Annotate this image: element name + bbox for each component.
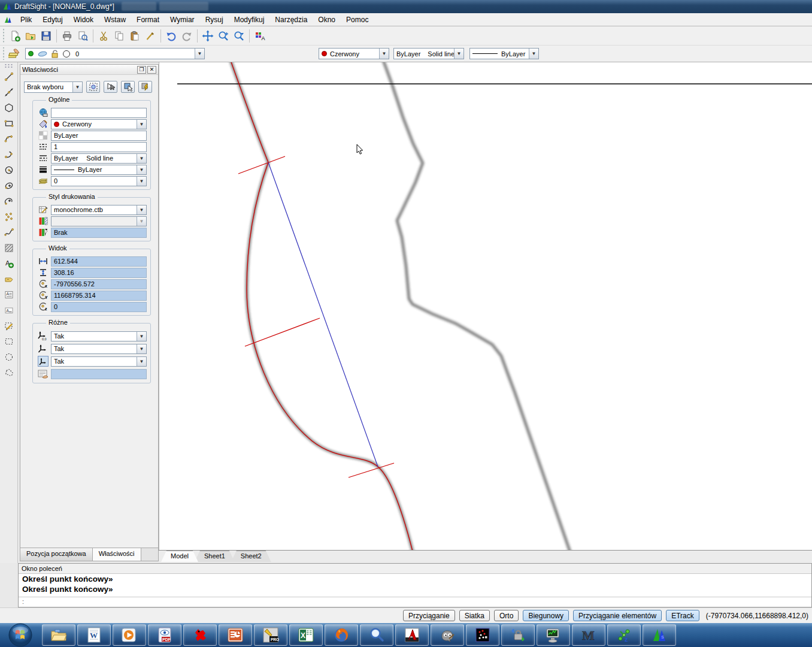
taskbar-firefox[interactable] [325,624,358,646]
taskbar-gimp[interactable] [431,624,464,646]
cut-button[interactable] [96,28,111,44]
tool-ellipse[interactable] [1,179,17,193]
format-painter-button[interactable] [143,28,158,44]
dropdown-arrow[interactable]: ▼ [529,49,538,59]
tool-note[interactable] [1,272,17,286]
entity-snap-toggle[interactable]: Przyciąganie elementów [573,610,662,621]
linetype-scale-field[interactable]: 1 [51,142,147,152]
menu-okno[interactable]: Okno [313,14,341,26]
tool-circle[interactable] [1,163,17,177]
menu-wstaw[interactable]: Wstaw [99,14,131,26]
taskbar-media-player[interactable] [113,624,146,646]
zoom-button[interactable] [216,28,231,44]
ortho-toggle[interactable]: Orto [494,610,519,621]
taskbar-z-molecule[interactable]: z [607,624,641,646]
menu-narzedzia[interactable]: Narzędzia [269,14,313,26]
active-linestyle-combobox[interactable]: ByLayer Solid line ▼ [393,48,464,59]
new-drawing-button[interactable] [7,28,23,44]
dropdown-arrow[interactable]: ▼ [137,332,146,341]
active-lineweight-combobox[interactable]: ByLayer ▼ [469,48,539,59]
taskbar-dotted-app[interactable] [466,624,499,646]
close-panel-button[interactable]: ✕ [147,66,156,74]
toolbar-grip[interactable] [1,28,6,43]
copy-button[interactable] [111,28,127,44]
snap-toggle[interactable]: Przyciąganie [403,610,455,621]
tool-curve[interactable] [1,147,17,162]
tool-spline[interactable] [1,225,17,240]
transparency-field[interactable]: ByLayer [51,131,147,141]
menu-rysuj[interactable]: Rysuj [200,14,229,26]
select-entities-button[interactable] [86,81,100,93]
tool-points[interactable] [1,210,17,224]
dropdown-arrow[interactable]: ▼ [137,344,146,353]
menu-pomoc[interactable]: Pomoc [341,14,374,26]
polar-toggle[interactable]: Biegunowy [523,610,569,621]
taskbar-search[interactable] [360,624,393,646]
print-style-table-combobox[interactable]: monochrome.ctb▼ [51,205,147,215]
dropdown-arrow[interactable]: ▼ [72,82,82,92]
layers-manager-button[interactable] [7,46,23,62]
active-layer-combobox[interactable]: 0 ▼ [25,48,205,59]
tool-arc[interactable] [1,132,17,146]
hyperlink-field[interactable] [51,108,147,118]
menu-widok[interactable]: Widok [68,14,99,26]
layer-combobox[interactable]: 0▼ [51,176,147,186]
taskbar-maxima[interactable]: M [572,624,605,646]
menu-plik[interactable]: Plik [15,14,37,26]
quick-calculator-button[interactable] [138,81,152,93]
float-panel-button[interactable]: ❐ [137,66,146,74]
open-button[interactable] [23,28,38,44]
taskbar-red-app[interactable] [183,624,217,646]
redo-button[interactable] [179,28,195,44]
dropdown-arrow[interactable]: ▼ [137,177,146,186]
blue-chord-entity[interactable] [268,162,378,467]
dropdown-arrow[interactable]: ▼ [137,205,146,214]
tool-hatch[interactable] [1,241,17,255]
tab-model[interactable]: Model [161,551,198,562]
tab-sheet1[interactable]: Sheet1 [195,551,235,562]
taskbar-pdf-viewer[interactable]: PDF [148,624,181,646]
tool-select-freeform[interactable] [1,365,17,380]
drawing-canvas[interactable] [159,62,812,550]
dropdown-arrow[interactable]: ▼ [137,154,146,163]
taskbar-excel[interactable]: X [289,624,323,646]
tool-construction-line[interactable] [1,85,17,99]
palette-grip[interactable] [4,64,13,68]
tool-multiline-text[interactable]: A [1,288,17,302]
print-button[interactable] [59,28,75,44]
tool-annotation-style[interactable]: A [1,256,17,271]
taskbar-autocad[interactable] [395,624,429,646]
dropdown-arrow[interactable]: ▼ [379,49,389,59]
ucs-per-viewport-combobox[interactable]: Tak▼ [51,344,147,354]
quick-select-button[interactable] [104,81,117,93]
taskbar-system-monitor[interactable] [537,624,570,646]
zoom-previous-button[interactable] [231,28,247,44]
tab-wlasciwosci[interactable]: Właściwości [93,548,141,561]
active-color-combobox[interactable]: Czerwony ▼ [319,48,389,59]
menu-wymiar[interactable]: Wymiar [165,14,200,26]
lineweight-combobox[interactable]: ByLayer▼ [51,165,147,175]
tool-simple-text[interactable]: A [1,303,17,318]
paste-button[interactable] [127,28,143,44]
layer-preview-button[interactable]: A [252,28,268,44]
toolbar-grip[interactable] [1,47,6,61]
dropdown-arrow[interactable]: ▼ [195,49,204,59]
menu-modyfikuj[interactable]: Modyfikuj [229,14,270,26]
tool-elliptical-arc[interactable] [1,194,17,208]
taskbar-explorer[interactable] [42,624,75,646]
entity-color-combobox[interactable]: Czerwony▼ [51,119,147,129]
select-matching-button[interactable] [121,81,135,93]
ucs-origin-combobox[interactable]: Tak▼ [51,331,147,341]
start-button[interactable] [5,624,36,646]
tool-select-circle[interactable] [1,350,17,364]
command-window-header[interactable]: Okno poleceń [19,564,811,574]
tool-polygon[interactable] [1,101,17,115]
taskbar-powerpoint[interactable] [219,624,252,646]
print-preview-button[interactable] [75,28,90,44]
tool-edit-annotation[interactable] [1,319,17,333]
taskbar-sync-lock[interactable] [501,624,535,646]
dropdown-arrow[interactable]: ▼ [454,49,463,59]
tool-rectangle[interactable] [1,116,17,131]
tool-line[interactable] [1,69,17,84]
dropdown-arrow[interactable]: ▼ [137,120,146,129]
